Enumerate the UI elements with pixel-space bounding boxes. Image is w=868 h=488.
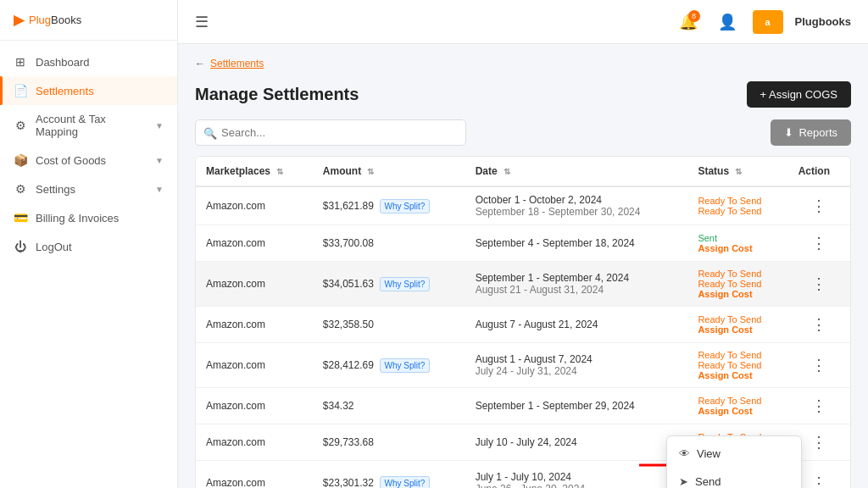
amazon-logo: a xyxy=(753,10,783,34)
cell-date: September 1 - September 4, 2024August 21… xyxy=(465,262,688,307)
hamburger-menu[interactable]: ☰ xyxy=(195,13,209,31)
search-input[interactable] xyxy=(195,119,466,146)
status-badge: Assign Cost xyxy=(698,243,777,253)
status-badge: Ready To Send xyxy=(698,279,777,289)
sidebar-item-account-tax[interactable]: ⚙ Account & Tax Mapping ▼ xyxy=(0,105,177,146)
table-row: Amazon.com$28,412.69 Why Split?August 1 … xyxy=(196,343,850,388)
logout-icon: ⏻ xyxy=(14,240,27,253)
cell-date: October 1 - October 2, 2024September 18 … xyxy=(465,186,688,225)
cell-date: August 7 - August 21, 2024 xyxy=(465,307,688,343)
why-split-button[interactable]: Why Split? xyxy=(380,358,431,373)
col-status[interactable]: Status ⇅ xyxy=(687,157,787,186)
cell-amount: $31,621.89 Why Split? xyxy=(313,186,465,225)
status-badge: Ready To Send xyxy=(698,206,777,216)
cell-amount: $34,051.63 Why Split? xyxy=(313,262,465,307)
cell-amount: $28,412.69 Why Split? xyxy=(313,343,465,388)
cogs-icon: 📦 xyxy=(14,153,27,167)
sidebar-item-settings[interactable]: ⚙ Settings ▼ xyxy=(0,175,177,203)
why-split-button[interactable]: Why Split? xyxy=(380,277,431,291)
cell-date: September 1 - September 29, 2024 xyxy=(465,388,688,424)
page-header: Manage Settlements + Assign COGS xyxy=(195,81,851,108)
ctx-view[interactable]: 👁 View xyxy=(667,440,801,468)
why-split-button[interactable]: Why Split? xyxy=(380,476,431,489)
col-amount[interactable]: Amount ⇅ xyxy=(313,157,465,186)
cell-action: ⋮ xyxy=(788,343,850,388)
back-button[interactable]: ← xyxy=(195,58,205,69)
table-row: Amazon.com$33,700.08September 4 - Septem… xyxy=(196,225,850,262)
table-row: Amazon.com$31,621.89 Why Split?October 1… xyxy=(196,186,850,225)
status-badge: Ready To Send xyxy=(698,350,777,360)
page-title: Manage Settlements xyxy=(195,85,359,104)
ctx-send[interactable]: ➤ Send xyxy=(667,468,801,488)
status-badge: Assign Cost xyxy=(698,406,777,416)
action-menu-button[interactable]: ⋮ xyxy=(806,395,832,417)
topbar: ☰ 🔔 8 👤 a Plugbooks xyxy=(178,0,868,44)
notification-badge: 8 xyxy=(688,10,700,22)
plugbooks-brand: Plugbooks xyxy=(795,15,851,28)
chevron-down-icon: ▼ xyxy=(155,156,164,165)
action-menu-button[interactable]: ⋮ xyxy=(806,472,832,488)
cell-status: Ready To SendAssign Cost xyxy=(687,307,787,343)
topbar-right: 🔔 8 👤 a Plugbooks xyxy=(675,8,851,36)
cell-status: Ready To SendReady To SendAssign Cost xyxy=(687,343,787,388)
logo-icon: ▶ xyxy=(14,12,24,28)
cell-marketplace: Amazon.com xyxy=(196,186,313,225)
col-action: Action xyxy=(788,157,850,186)
chevron-down-icon: ▼ xyxy=(155,121,164,130)
cell-date: August 1 - August 7, 2024July 24 - July … xyxy=(465,343,688,388)
context-menu: 👁 View ➤ Send ⬇ Download › ↻ Re Calculat… xyxy=(666,435,802,488)
cell-amount: $23,301.32 Why Split? xyxy=(313,461,465,489)
table-row: Amazon.com$34.32September 1 - September … xyxy=(196,388,850,424)
cell-marketplace: Amazon.com xyxy=(196,262,313,307)
cell-date: September 4 - September 18, 2024 xyxy=(465,225,688,262)
cell-amount: $29,733.68 xyxy=(313,424,465,461)
eye-icon: 👁 xyxy=(679,447,690,460)
assign-cogs-button[interactable]: + Assign COGS xyxy=(747,81,851,108)
download-icon: ⬇ xyxy=(784,126,793,139)
reports-button[interactable]: ⬇ Reports xyxy=(771,119,851,146)
status-badge: Ready To Send xyxy=(698,269,777,279)
cell-marketplace: Amazon.com xyxy=(196,461,313,489)
sidebar-item-settlements[interactable]: 📄 Settlements xyxy=(0,76,177,105)
sidebar-nav: ⊞ Dashboard 📄 Settlements ⚙ Account & Ta… xyxy=(0,41,177,488)
action-menu-button[interactable]: ⋮ xyxy=(806,431,832,453)
content-area: ← Settlements Manage Settlements + Assig… xyxy=(178,44,868,488)
breadcrumb-settlements-link[interactable]: Settlements xyxy=(210,58,264,69)
table-row: Amazon.com$32,358.50August 7 - August 21… xyxy=(196,307,850,343)
cell-action: ⋮ xyxy=(788,225,850,262)
user-profile-button[interactable]: 👤 xyxy=(714,8,741,36)
cell-action: ⋮ xyxy=(788,262,850,307)
cell-action: ⋮ xyxy=(788,186,850,225)
toolbar: 🔍 ⬇ Reports xyxy=(195,119,851,146)
action-menu-button[interactable]: ⋮ xyxy=(806,313,832,336)
cell-status: Ready To SendReady To SendAssign Cost xyxy=(687,262,787,307)
why-split-button[interactable]: Why Split? xyxy=(380,199,431,214)
sidebar-item-dashboard[interactable]: ⊞ Dashboard xyxy=(0,47,177,76)
status-badge: Assign Cost xyxy=(698,324,777,335)
col-marketplaces[interactable]: Marketplaces ⇅ xyxy=(196,157,313,186)
status-badge: Ready To Send xyxy=(698,360,777,370)
cell-marketplace: Amazon.com xyxy=(196,424,313,461)
cell-amount: $32,358.50 xyxy=(313,307,465,343)
sidebar-item-billing[interactable]: 💳 Billing & Invoices xyxy=(0,203,177,232)
action-menu-button[interactable]: ⋮ xyxy=(806,232,832,254)
action-menu-button[interactable]: ⋮ xyxy=(806,273,832,295)
status-badge: Sent xyxy=(698,233,777,243)
notifications-button[interactable]: 🔔 8 xyxy=(675,8,702,36)
dashboard-icon: ⊞ xyxy=(14,55,27,69)
search-wrap: 🔍 xyxy=(195,119,466,146)
table-row: Amazon.com$34,051.63 Why Split?September… xyxy=(196,262,850,307)
sidebar-item-logout[interactable]: ⏻ LogOut xyxy=(0,232,177,261)
settings-icon: ⚙ xyxy=(14,182,27,196)
cell-status: Ready To SendReady To Send xyxy=(687,186,787,225)
logo: ▶ PlugBooks xyxy=(0,0,177,41)
chevron-down-icon: ▼ xyxy=(155,185,164,194)
col-date[interactable]: Date ⇅ xyxy=(465,157,688,186)
send-icon: ➤ xyxy=(679,475,688,488)
table-container: Marketplaces ⇅ Amount ⇅ Date ⇅ Status ⇅ … xyxy=(195,156,851,488)
action-menu-button[interactable]: ⋮ xyxy=(806,195,832,217)
action-menu-button[interactable]: ⋮ xyxy=(806,354,832,376)
cell-marketplace: Amazon.com xyxy=(196,343,313,388)
sidebar-item-cogs[interactable]: 📦 Cost of Goods ▼ xyxy=(0,146,177,175)
cell-action: ⋮ xyxy=(788,307,850,343)
